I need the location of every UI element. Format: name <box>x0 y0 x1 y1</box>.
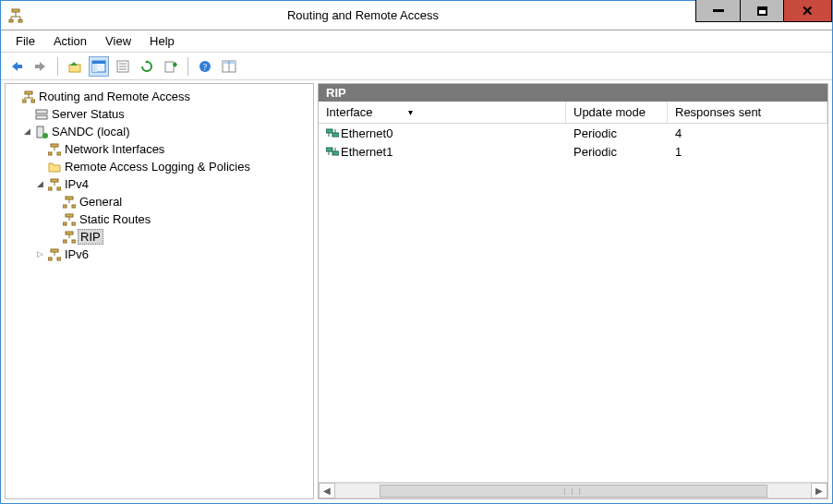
minimize-button[interactable] <box>695 0 740 22</box>
tree-label: RIP <box>78 229 103 245</box>
scroll-left-button[interactable]: ◀ <box>319 483 335 498</box>
svg-rect-38 <box>48 187 52 190</box>
tree-server-status[interactable]: Server Status <box>7 105 311 123</box>
column-headers: Interface Update mode Responses sent <box>319 102 827 124</box>
cell-update-mode: Periodic <box>566 126 668 140</box>
app-icon <box>6 6 25 25</box>
svg-rect-17 <box>165 62 174 72</box>
scroll-track[interactable]: | | | <box>335 483 811 498</box>
maximize-button[interactable] <box>740 0 784 22</box>
rras-icon <box>46 248 63 261</box>
tree-rip[interactable]: RIP <box>7 228 311 246</box>
toolbar-separator <box>187 57 188 76</box>
svg-rect-56 <box>326 129 332 133</box>
cell-responses-sent: 4 <box>668 126 827 140</box>
help-button[interactable]: ? <box>195 56 215 77</box>
tree-label: Static Routes <box>78 212 152 226</box>
tree-label: General <box>78 195 124 209</box>
header-label: Responses sent <box>675 105 761 119</box>
svg-rect-40 <box>66 197 73 199</box>
header-update-mode[interactable]: Update mode <box>566 102 668 123</box>
list-view: Interface Update mode Responses sent Eth… <box>319 102 827 498</box>
svg-rect-50 <box>63 240 66 243</box>
list-rows[interactable]: Ethernet0Periodic4Ethernet1Periodic1 <box>319 124 827 482</box>
svg-rect-43 <box>72 205 76 208</box>
svg-point-31 <box>42 133 48 138</box>
tree-label: IPv6 <box>63 247 91 261</box>
tree-ipv6[interactable]: ▷ IPv6 <box>7 246 311 263</box>
interface-name: Ethernet0 <box>341 126 392 140</box>
svg-rect-23 <box>25 91 32 94</box>
cell-responses-sent: 1 <box>668 145 827 159</box>
svg-rect-0 <box>12 9 19 12</box>
header-interface[interactable]: Interface <box>319 102 566 123</box>
tree-label: SANDC (local) <box>50 125 132 138</box>
svg-text:?: ? <box>203 62 208 72</box>
svg-rect-34 <box>48 152 52 155</box>
window-frame: Routing and Remote Access ✕ File Action … <box>0 0 833 504</box>
window-title: Routing and Remote Access <box>30 8 695 22</box>
svg-rect-5 <box>9 19 13 22</box>
svg-rect-57 <box>332 133 339 137</box>
svg-rect-47 <box>72 222 76 225</box>
export-list-button[interactable] <box>161 56 181 77</box>
properties-button[interactable] <box>113 56 133 77</box>
header-responses-sent[interactable]: Responses sent <box>668 102 827 123</box>
menu-help[interactable]: Help <box>142 32 182 50</box>
navigation-tree[interactable]: Routing and Remote Access Server Status … <box>5 83 314 499</box>
svg-rect-61 <box>332 151 339 155</box>
up-one-level-button[interactable] <box>65 56 85 77</box>
menu-file[interactable]: File <box>8 32 42 50</box>
svg-rect-35 <box>57 152 61 155</box>
tree-network-interfaces[interactable]: Network Interfaces <box>7 140 311 158</box>
svg-rect-8 <box>35 65 41 68</box>
tree-ipv4[interactable]: ◢ IPv4 <box>7 175 311 193</box>
back-button[interactable] <box>6 56 27 77</box>
horizontal-scrollbar[interactable]: ◀ | | | ▶ <box>319 482 827 498</box>
svg-rect-51 <box>72 240 76 243</box>
refresh-button[interactable] <box>137 56 157 77</box>
view-details-button[interactable] <box>219 56 239 77</box>
scroll-thumb[interactable]: | | | <box>380 485 767 498</box>
svg-rect-29 <box>36 115 47 119</box>
tree-server[interactable]: ◢ SANDC (local) <box>7 123 311 140</box>
svg-rect-54 <box>48 258 52 260</box>
toolbar-separator <box>57 57 58 76</box>
tree-static-routes[interactable]: Static Routes <box>7 210 311 228</box>
close-button[interactable]: ✕ <box>784 0 832 22</box>
tree-label: Server Status <box>50 107 127 121</box>
table-row[interactable]: Ethernet1Periodic1 <box>319 142 827 161</box>
collapse-icon[interactable]: ◢ <box>20 127 33 136</box>
svg-rect-12 <box>92 64 97 72</box>
scroll-right-button[interactable]: ▶ <box>811 483 827 498</box>
svg-rect-11 <box>92 61 105 64</box>
menu-bar: File Action View Help <box>1 30 832 53</box>
svg-rect-30 <box>37 126 43 138</box>
tree-general[interactable]: General <box>7 193 311 210</box>
menu-view[interactable]: View <box>98 32 139 50</box>
table-row[interactable]: Ethernet0Periodic4 <box>319 124 827 142</box>
content-area: Routing and Remote Access Server Status … <box>1 80 832 503</box>
svg-rect-36 <box>51 179 58 182</box>
svg-rect-42 <box>63 205 66 208</box>
forward-button[interactable] <box>30 56 51 77</box>
folder-icon <box>46 162 63 173</box>
svg-rect-9 <box>69 65 80 72</box>
svg-rect-52 <box>51 249 58 252</box>
svg-rect-28 <box>36 110 47 114</box>
collapse-icon[interactable]: ◢ <box>33 180 46 188</box>
menu-action[interactable]: Action <box>46 32 94 50</box>
rras-icon <box>20 90 37 103</box>
svg-rect-27 <box>31 100 35 102</box>
tree-label: IPv4 <box>63 177 91 191</box>
expand-icon[interactable]: ▷ <box>33 250 46 258</box>
tree-label: Remote Access Logging & Policies <box>63 160 252 174</box>
titlebar: Routing and Remote Access ✕ <box>1 1 832 30</box>
show-hide-tree-button[interactable] <box>89 56 109 77</box>
tree-remote-access-logging[interactable]: Remote Access Logging & Policies <box>7 158 311 175</box>
cell-interface: Ethernet0 <box>319 126 566 140</box>
cell-interface: Ethernet1 <box>319 145 566 159</box>
tree-root[interactable]: Routing and Remote Access <box>7 88 311 105</box>
details-panel: RIP Interface Update mode Responses sent… <box>318 83 828 499</box>
header-label: Interface <box>326 105 373 119</box>
